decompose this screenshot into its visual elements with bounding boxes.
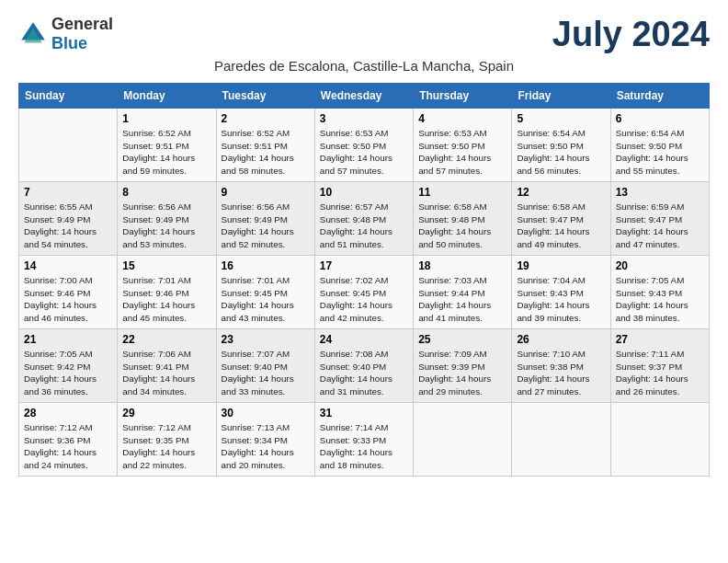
day-number: 18 xyxy=(418,259,506,272)
logo-text: General Blue xyxy=(51,15,113,53)
day-number: 8 xyxy=(122,186,210,199)
calendar-cell xyxy=(19,109,118,182)
day-info: Sunrise: 7:01 AM Sunset: 9:46 PM Dayligh… xyxy=(122,274,210,325)
calendar-table: SundayMondayTuesdayWednesdayThursdayFrid… xyxy=(18,83,710,477)
day-info: Sunrise: 6:56 AM Sunset: 9:49 PM Dayligh… xyxy=(122,201,210,251)
day-info: Sunrise: 7:07 AM Sunset: 9:40 PM Dayligh… xyxy=(222,348,310,398)
day-number: 6 xyxy=(616,112,704,125)
day-number: 3 xyxy=(320,112,408,125)
day-number: 25 xyxy=(418,333,506,346)
calendar-cell: 29Sunrise: 7:12 AM Sunset: 9:35 PM Dayli… xyxy=(118,403,216,477)
day-info: Sunrise: 6:54 AM Sunset: 9:50 PM Dayligh… xyxy=(616,127,704,178)
day-info: Sunrise: 7:02 AM Sunset: 9:45 PM Dayligh… xyxy=(320,274,408,325)
day-info: Sunrise: 7:04 AM Sunset: 9:43 PM Dayligh… xyxy=(517,274,605,325)
calendar-cell: 25Sunrise: 7:09 AM Sunset: 9:39 PM Dayli… xyxy=(414,329,512,403)
calendar-cell: 26Sunrise: 7:10 AM Sunset: 9:38 PM Dayli… xyxy=(512,329,610,403)
day-number: 24 xyxy=(320,333,408,346)
calendar-cell: 15Sunrise: 7:01 AM Sunset: 9:46 PM Dayli… xyxy=(118,256,216,329)
calendar-cell: 27Sunrise: 7:11 AM Sunset: 9:37 PM Dayli… xyxy=(610,329,709,403)
day-number: 21 xyxy=(24,333,112,346)
day-number: 11 xyxy=(418,186,506,199)
day-info: Sunrise: 6:56 AM Sunset: 9:49 PM Dayligh… xyxy=(222,201,310,251)
day-number: 13 xyxy=(616,186,704,199)
day-number: 28 xyxy=(24,407,112,419)
day-number: 31 xyxy=(320,407,408,419)
week-row: 14Sunrise: 7:00 AM Sunset: 9:46 PM Dayli… xyxy=(19,256,710,329)
calendar-cell: 31Sunrise: 7:14 AM Sunset: 9:33 PM Dayli… xyxy=(314,403,413,477)
day-info: Sunrise: 7:08 AM Sunset: 9:40 PM Dayligh… xyxy=(320,348,408,398)
week-row: 28Sunrise: 7:12 AM Sunset: 9:36 PM Dayli… xyxy=(19,403,710,477)
day-header-friday: Friday xyxy=(512,84,610,109)
logo-general: General xyxy=(51,15,113,33)
week-row: 1Sunrise: 6:52 AM Sunset: 9:51 PM Daylig… xyxy=(19,109,710,182)
day-info: Sunrise: 7:12 AM Sunset: 9:35 PM Dayligh… xyxy=(122,421,210,472)
calendar-cell: 11Sunrise: 6:58 AM Sunset: 9:48 PM Dayli… xyxy=(414,182,512,256)
calendar-cell xyxy=(610,403,709,477)
day-header-thursday: Thursday xyxy=(414,84,512,109)
day-number: 22 xyxy=(122,333,210,346)
day-number: 20 xyxy=(616,259,704,272)
logo-blue: Blue xyxy=(51,34,87,52)
day-number: 15 xyxy=(122,259,210,272)
calendar-cell: 23Sunrise: 7:07 AM Sunset: 9:40 PM Dayli… xyxy=(216,329,314,403)
day-info: Sunrise: 7:06 AM Sunset: 9:41 PM Dayligh… xyxy=(122,348,210,398)
month-title: July 2024 xyxy=(552,15,710,54)
calendar-cell: 20Sunrise: 7:05 AM Sunset: 9:43 PM Dayli… xyxy=(610,256,709,329)
calendar-cell: 7Sunrise: 6:55 AM Sunset: 9:49 PM Daylig… xyxy=(19,182,118,256)
day-info: Sunrise: 6:57 AM Sunset: 9:48 PM Dayligh… xyxy=(320,201,408,251)
day-number: 29 xyxy=(122,407,210,419)
calendar-header: SundayMondayTuesdayWednesdayThursdayFrid… xyxy=(19,84,710,109)
day-info: Sunrise: 7:13 AM Sunset: 9:34 PM Dayligh… xyxy=(222,421,310,472)
day-info: Sunrise: 7:05 AM Sunset: 9:42 PM Dayligh… xyxy=(24,348,112,398)
day-info: Sunrise: 6:54 AM Sunset: 9:50 PM Dayligh… xyxy=(517,127,605,178)
day-header-saturday: Saturday xyxy=(610,84,709,109)
week-row: 21Sunrise: 7:05 AM Sunset: 9:42 PM Dayli… xyxy=(19,329,710,403)
calendar-cell: 1Sunrise: 6:52 AM Sunset: 9:51 PM Daylig… xyxy=(118,109,216,182)
day-number: 26 xyxy=(517,333,605,346)
page-header: General Blue July 2024 xyxy=(18,15,710,54)
day-header-sunday: Sunday xyxy=(19,84,118,109)
day-number: 17 xyxy=(320,259,408,272)
calendar-cell: 10Sunrise: 6:57 AM Sunset: 9:48 PM Dayli… xyxy=(314,182,413,256)
day-info: Sunrise: 7:14 AM Sunset: 9:33 PM Dayligh… xyxy=(320,421,408,472)
day-info: Sunrise: 6:53 AM Sunset: 9:50 PM Dayligh… xyxy=(418,127,506,178)
calendar-cell xyxy=(414,403,512,477)
day-info: Sunrise: 6:52 AM Sunset: 9:51 PM Dayligh… xyxy=(122,127,210,178)
day-info: Sunrise: 6:58 AM Sunset: 9:48 PM Dayligh… xyxy=(418,201,506,251)
day-info: Sunrise: 7:01 AM Sunset: 9:45 PM Dayligh… xyxy=(222,274,310,325)
calendar-cell: 3Sunrise: 6:53 AM Sunset: 9:50 PM Daylig… xyxy=(314,109,413,182)
calendar-cell: 5Sunrise: 6:54 AM Sunset: 9:50 PM Daylig… xyxy=(512,109,610,182)
day-number: 30 xyxy=(222,407,310,419)
calendar-cell: 18Sunrise: 7:03 AM Sunset: 9:44 PM Dayli… xyxy=(414,256,512,329)
week-row: 7Sunrise: 6:55 AM Sunset: 9:49 PM Daylig… xyxy=(19,182,710,256)
logo: General Blue xyxy=(18,15,113,53)
calendar-cell: 21Sunrise: 7:05 AM Sunset: 9:42 PM Dayli… xyxy=(19,329,118,403)
calendar-cell: 22Sunrise: 7:06 AM Sunset: 9:41 PM Dayli… xyxy=(118,329,216,403)
day-info: Sunrise: 7:11 AM Sunset: 9:37 PM Dayligh… xyxy=(616,348,704,398)
day-header-monday: Monday xyxy=(118,84,216,109)
day-number: 14 xyxy=(24,259,112,272)
calendar-cell: 17Sunrise: 7:02 AM Sunset: 9:45 PM Dayli… xyxy=(314,256,413,329)
day-number: 5 xyxy=(517,112,605,125)
day-number: 23 xyxy=(222,333,310,346)
logo-icon xyxy=(18,19,48,49)
calendar-cell: 14Sunrise: 7:00 AM Sunset: 9:46 PM Dayli… xyxy=(19,256,118,329)
day-header-wednesday: Wednesday xyxy=(314,84,413,109)
day-number: 7 xyxy=(24,186,112,199)
calendar-cell: 13Sunrise: 6:59 AM Sunset: 9:47 PM Dayli… xyxy=(610,182,709,256)
day-info: Sunrise: 6:52 AM Sunset: 9:51 PM Dayligh… xyxy=(222,127,310,178)
day-info: Sunrise: 7:09 AM Sunset: 9:39 PM Dayligh… xyxy=(418,348,506,398)
calendar-cell xyxy=(512,403,610,477)
day-info: Sunrise: 6:55 AM Sunset: 9:49 PM Dayligh… xyxy=(24,201,112,251)
calendar-cell: 30Sunrise: 7:13 AM Sunset: 9:34 PM Dayli… xyxy=(216,403,314,477)
days-header-row: SundayMondayTuesdayWednesdayThursdayFrid… xyxy=(19,84,710,109)
calendar-cell: 9Sunrise: 6:56 AM Sunset: 9:49 PM Daylig… xyxy=(216,182,314,256)
day-number: 27 xyxy=(616,333,704,346)
day-header-tuesday: Tuesday xyxy=(216,84,314,109)
day-info: Sunrise: 6:53 AM Sunset: 9:50 PM Dayligh… xyxy=(320,127,408,178)
day-number: 10 xyxy=(320,186,408,199)
calendar-subtitle: Paredes de Escalona, Castille-La Mancha,… xyxy=(18,58,710,74)
calendar-cell: 16Sunrise: 7:01 AM Sunset: 9:45 PM Dayli… xyxy=(216,256,314,329)
day-info: Sunrise: 7:10 AM Sunset: 9:38 PM Dayligh… xyxy=(517,348,605,398)
day-info: Sunrise: 7:12 AM Sunset: 9:36 PM Dayligh… xyxy=(24,421,112,472)
